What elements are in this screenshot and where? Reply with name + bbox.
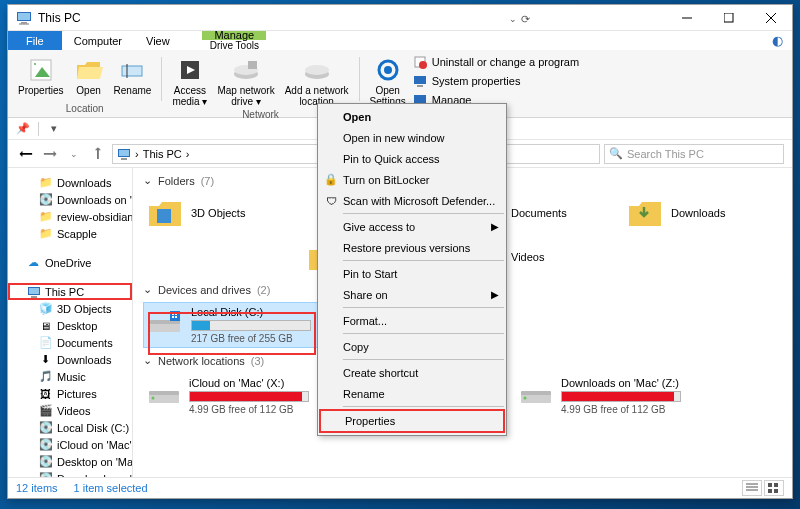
svg-rect-56: [768, 483, 772, 487]
pin-icon[interactable]: 📌: [16, 122, 30, 136]
nav-scapple[interactable]: 📁Scapple: [8, 225, 132, 242]
onedrive-icon: ☁: [26, 255, 41, 270]
svg-rect-32: [31, 296, 37, 298]
nav-desktop[interactable]: 🖥Desktop: [8, 317, 132, 334]
ribbon-uninstall-button[interactable]: Uninstall or change a program: [412, 53, 579, 71]
3d-objects-icon: [147, 197, 183, 229]
ribbon-tabs: File Computer View Manage Drive Tools ◐: [8, 31, 792, 50]
ctx-create-shortcut[interactable]: Create shortcut: [319, 362, 505, 383]
ribbon-system-properties-button[interactable]: System properties: [412, 72, 579, 90]
ctx-defender[interactable]: 🛡Scan with Microsoft Defender...: [319, 190, 505, 211]
ribbon-map-drive-button[interactable]: Map network drive ▾: [213, 53, 278, 109]
up-button[interactable]: 🠕: [88, 144, 108, 164]
titlebar[interactable]: This PC: [8, 5, 792, 31]
svg-point-52: [524, 397, 527, 400]
nav-downloads-mac2[interactable]: 💽Downloads on 'Ma: [8, 470, 132, 477]
drive-icon: [147, 306, 183, 338]
nav-desktop-mac[interactable]: 💽Desktop on 'Mac' (Y: [8, 453, 132, 470]
folder-3d-objects[interactable]: 3D Objects: [143, 193, 293, 233]
ribbon-access-media-button[interactable]: Access media ▾: [168, 53, 211, 109]
breadcrumb-this-pc[interactable]: This PC: [143, 148, 182, 160]
ctx-pin-quick-access[interactable]: Pin to Quick access: [319, 148, 505, 169]
desktop-icon: 🖥: [38, 318, 53, 333]
folder-downloads[interactable]: Downloads: [623, 193, 773, 233]
drive-tools-tab[interactable]: Drive Tools: [202, 40, 267, 50]
svg-rect-10: [122, 66, 142, 76]
rename-icon: [117, 55, 147, 85]
back-button[interactable]: 🠔: [16, 144, 36, 164]
svg-rect-2: [21, 22, 27, 24]
ribbon-open-button[interactable]: Open: [70, 53, 108, 103]
ctx-pin-start[interactable]: Pin to Start: [319, 263, 505, 284]
ribbon-properties-button[interactable]: Properties: [14, 53, 68, 103]
minimize-button[interactable]: [666, 5, 708, 30]
address-dropdown-icon[interactable]: ⌄: [509, 14, 517, 24]
nav-this-pc[interactable]: This PC: [8, 283, 132, 300]
ctx-copy[interactable]: Copy: [319, 336, 505, 357]
svg-rect-58: [768, 489, 772, 493]
net-drive-icon: 💽: [38, 454, 53, 469]
ctx-give-access[interactable]: Give access to▶: [319, 216, 505, 237]
folder-open-icon: [74, 55, 104, 85]
ctx-format[interactable]: Format...: [319, 310, 505, 331]
svg-rect-59: [774, 489, 778, 493]
svg-rect-5: [724, 13, 733, 22]
help-icon[interactable]: ◐: [768, 31, 786, 49]
netloc-downloads[interactable]: Downloads on 'Mac' (Z:)4.99 GB free of 1…: [515, 373, 685, 419]
chevron-down-icon: ⌄: [143, 283, 152, 296]
add-location-icon: [302, 55, 332, 85]
details-view-button[interactable]: [742, 480, 762, 496]
nav-videos[interactable]: 🎬Videos: [8, 402, 132, 419]
submenu-arrow-icon: ▶: [491, 221, 499, 232]
forward-button[interactable]: 🠖: [40, 144, 60, 164]
icons-view-button[interactable]: [764, 480, 784, 496]
ribbon-add-location-button[interactable]: Add a network location: [281, 53, 353, 109]
nav-music[interactable]: 🎵Music: [8, 368, 132, 385]
file-tab[interactable]: File: [8, 31, 62, 50]
computer-tab[interactable]: Computer: [62, 31, 134, 50]
nav-downloads[interactable]: 📁Downloads: [8, 174, 132, 191]
ctx-rename[interactable]: Rename: [319, 383, 505, 404]
nav-documents[interactable]: 📄Documents: [8, 334, 132, 351]
map-drive-icon: [231, 55, 261, 85]
drive-local-c[interactable]: Local Disk (C:) 217 GB free of 255 GB: [143, 302, 318, 348]
close-button[interactable]: [750, 5, 792, 30]
nav-icloud-mac[interactable]: 💽iCloud on 'Mac' (X: [8, 436, 132, 453]
nav-local-disk[interactable]: 💽Local Disk (C:): [8, 419, 132, 436]
monitor-icon: [412, 73, 428, 89]
status-selected: 1 item selected: [74, 482, 148, 494]
ctx-share-on[interactable]: Share on▶: [319, 284, 505, 305]
ctx-restore[interactable]: Restore previous versions: [319, 237, 505, 258]
svg-point-18: [305, 65, 329, 75]
nav-downloads2[interactable]: ⬇Downloads: [8, 351, 132, 368]
this-pc-icon: [16, 10, 32, 26]
this-pc-icon: [26, 284, 41, 299]
status-bar: 12 items 1 item selected: [8, 477, 792, 498]
downloads-icon: [627, 197, 663, 229]
chevron-down-icon: ⌄: [143, 174, 152, 187]
netloc-icloud[interactable]: iCloud on 'Mac' (X:)4.99 GB free of 112 …: [143, 373, 313, 419]
nav-pictures[interactable]: 🖼Pictures: [8, 385, 132, 402]
ribbon-open-settings-button[interactable]: Open Settings: [366, 53, 410, 109]
nav-3d-objects[interactable]: 🧊3D Objects: [8, 300, 132, 317]
ribbon-group-location: Location: [66, 103, 104, 117]
net-drive-icon: [147, 377, 181, 409]
nav-onedrive[interactable]: ☁OneDrive: [8, 254, 132, 271]
nav-review-obsidian[interactable]: 📁review-obsidian: [8, 208, 132, 225]
search-input[interactable]: 🔍 Search This PC: [604, 144, 784, 164]
ribbon-rename-button[interactable]: Rename: [110, 53, 156, 103]
ctx-open[interactable]: Open: [319, 106, 505, 127]
ctx-bitlocker[interactable]: 🔒Turn on BitLocker: [319, 169, 505, 190]
documents-icon: 📄: [38, 335, 53, 350]
ctx-properties[interactable]: Properties: [319, 409, 505, 433]
search-icon: 🔍: [609, 147, 623, 160]
maximize-button[interactable]: [708, 5, 750, 30]
dropdown-icon[interactable]: ▾: [47, 122, 61, 136]
ctx-open-new-window[interactable]: Open in new window: [319, 127, 505, 148]
view-tab[interactable]: View: [134, 31, 182, 50]
refresh-icon[interactable]: ⟳: [521, 13, 530, 26]
recent-dropdown[interactable]: ⌄: [64, 144, 84, 164]
navigation-pane[interactable]: 📁Downloads 💽Downloads on 'Mac 📁review-ob…: [8, 168, 133, 477]
nav-downloads-mac[interactable]: 💽Downloads on 'Mac: [8, 191, 132, 208]
svg-point-20: [384, 66, 392, 74]
